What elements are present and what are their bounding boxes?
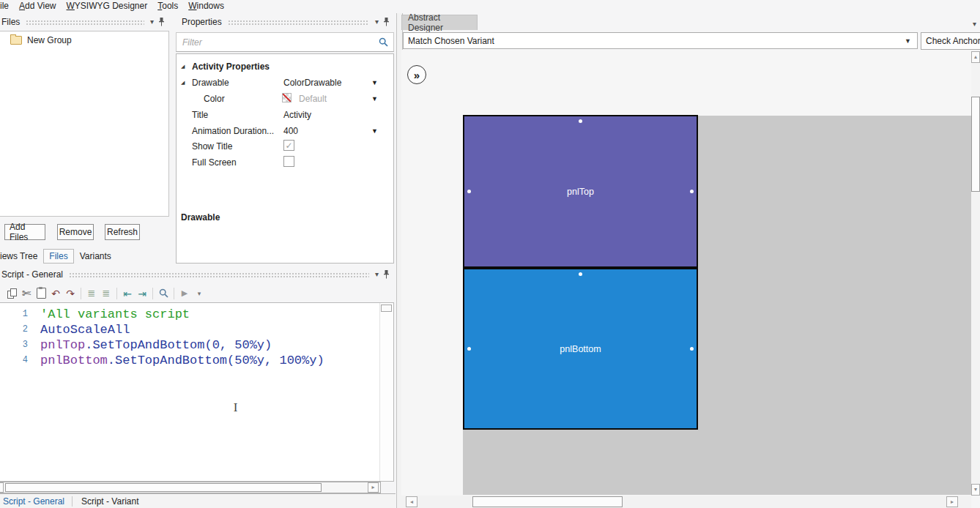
property-row-title[interactable]: Title Activity xyxy=(177,107,393,123)
editor-vertical-scrollbar[interactable] xyxy=(379,303,393,481)
property-row-color[interactable]: Color Default ▼ xyxy=(177,91,393,107)
properties-panel-title: Properties xyxy=(176,17,226,27)
menu-file[interactable]: ile xyxy=(0,0,14,12)
property-row-animation-duration[interactable]: Animation Duration... 400 ▼ xyxy=(177,123,393,139)
indent-icon[interactable]: ⇥ xyxy=(135,287,149,300)
collapse-expander-icon[interactable]: ◢ xyxy=(181,64,185,69)
property-section-drawable: Drawable xyxy=(177,209,393,225)
menu-add-view[interactable]: Add View xyxy=(14,0,62,12)
files-tree: New Group xyxy=(0,31,169,217)
anchor-handle[interactable] xyxy=(579,272,582,276)
collapse-expander-icon[interactable]: ◢ xyxy=(181,80,185,85)
toolbar-separator xyxy=(152,288,153,299)
editor-horizontal-scrollbar[interactable]: ◂ ▸ xyxy=(0,482,381,493)
line-number: 2 xyxy=(0,322,40,337)
remove-button[interactable]: Remove xyxy=(57,224,94,240)
property-row-show-title[interactable]: Show Title ✓ xyxy=(177,138,393,154)
code-text: pnlTop xyxy=(40,337,85,353)
pin-icon[interactable] xyxy=(383,270,394,279)
scroll-right-arrow-icon[interactable]: ▸ xyxy=(368,482,379,493)
menu-windows[interactable]: Windows xyxy=(183,0,229,12)
check-anchors-button[interactable]: Check Anchors xyxy=(921,32,980,50)
tab-abstract-designer[interactable]: Abstract Designer xyxy=(401,15,478,30)
tab-variants[interactable]: Variants xyxy=(74,249,117,264)
run-icon[interactable]: ▶ xyxy=(177,287,192,300)
pin-icon[interactable] xyxy=(158,18,169,26)
checkbox-unchecked[interactable] xyxy=(283,156,294,167)
tab-label: Abstract Designer xyxy=(408,12,477,33)
properties-filter xyxy=(176,32,394,52)
property-value[interactable]: Activity xyxy=(283,110,311,120)
checkbox-checked[interactable]: ✓ xyxy=(283,140,294,151)
property-row-drawable[interactable]: ◢ Drawable ColorDrawable ▼ xyxy=(177,75,393,91)
designer-menu-arrow-icon[interactable]: ▾ xyxy=(973,20,976,28)
check-icon: ✓ xyxy=(285,141,292,150)
menu-bar: ile Add View WYSIWYG Designer Tools Wind… xyxy=(0,0,980,12)
uncomment-icon[interactable]: ≣ xyxy=(99,287,114,300)
line-number: 1 xyxy=(0,307,40,322)
property-value[interactable]: Default xyxy=(299,94,327,104)
line-number: 4 xyxy=(0,353,40,368)
property-value[interactable]: ColorDrawable xyxy=(283,78,341,88)
anchor-handle[interactable] xyxy=(579,119,582,123)
variant-selector-value: Match Chosen Variant xyxy=(404,36,899,46)
scroll-left-arrow-icon[interactable]: ◂ xyxy=(0,482,4,493)
code-editor[interactable]: 1'All variants script 2AutoScaleAll 3pnl… xyxy=(0,302,394,482)
splitter-gripper[interactable] xyxy=(381,305,392,312)
property-value[interactable]: 400 xyxy=(283,126,298,136)
anchor-handle[interactable] xyxy=(690,190,694,193)
code-text: 'All variants script xyxy=(40,307,190,322)
tree-item-new-group[interactable]: New Group xyxy=(10,35,72,45)
refresh-button[interactable]: Refresh xyxy=(105,224,140,240)
scrollbar-thumb[interactable] xyxy=(5,483,322,492)
view-pnlTop[interactable]: pnlTop xyxy=(463,115,698,268)
cut-icon[interactable]: ✄ xyxy=(19,287,34,300)
panel-menu-arrow-icon[interactable]: ▾ xyxy=(149,18,158,26)
filter-input[interactable] xyxy=(177,37,374,48)
transparent-color-swatch-icon[interactable] xyxy=(282,93,292,102)
designer-horizontal-scrollbar[interactable]: ◂ ▸ xyxy=(401,496,971,508)
menu-tools[interactable]: Tools xyxy=(152,0,183,12)
dropdown-arrow-icon[interactable]: ▼ xyxy=(371,80,378,86)
outdent-icon[interactable]: ⇤ xyxy=(120,287,135,300)
view-pnlBottom[interactable]: pnlBottom xyxy=(463,268,698,430)
menu-wysiwyg-designer[interactable]: WYSIWYG Designer xyxy=(62,0,153,12)
dropdown-arrow-icon: ▼ xyxy=(899,37,917,45)
panel-menu-arrow-icon[interactable]: ▾ xyxy=(374,18,383,26)
view-label: pnlTop xyxy=(567,187,594,197)
dropdown-arrow-icon[interactable]: ▼ xyxy=(371,96,378,102)
variant-selector[interactable]: Match Chosen Variant ▼ xyxy=(403,32,918,49)
comment-icon[interactable]: ≣ xyxy=(84,287,99,300)
section-title: Drawable xyxy=(181,212,220,223)
add-files-button[interactable]: Add Files xyxy=(4,224,45,240)
anchor-handle[interactable] xyxy=(467,190,471,193)
designer-canvas[interactable]: » pnlTop pnlBottom xyxy=(401,50,971,496)
scroll-left-arrow-icon[interactable]: ◂ xyxy=(406,496,417,507)
pin-icon[interactable] xyxy=(383,18,394,26)
expand-toolbox-button[interactable]: » xyxy=(407,65,426,84)
scroll-down-arrow-icon[interactable]: ▾ xyxy=(971,484,980,496)
more-options-icon[interactable]: ▾ xyxy=(192,287,207,300)
tab-script-variant[interactable]: Script - Variant xyxy=(78,496,146,507)
tab-files[interactable]: Files xyxy=(43,249,73,264)
scroll-right-arrow-icon[interactable]: ▸ xyxy=(946,496,958,507)
panel-menu-arrow-icon[interactable]: ▾ xyxy=(374,271,383,278)
property-row-full-screen[interactable]: Full Screen xyxy=(177,154,393,171)
scrollbar-thumb[interactable] xyxy=(472,496,623,507)
scroll-up-arrow-icon[interactable]: ▴ xyxy=(971,51,980,63)
anchor-handle[interactable] xyxy=(690,347,694,351)
paste-icon[interactable] xyxy=(34,287,48,300)
property-section-activity[interactable]: ◢ Activity Properties xyxy=(177,59,393,75)
tab-views-tree[interactable]: iews Tree xyxy=(0,249,43,264)
undo-icon[interactable]: ↶ xyxy=(48,287,63,300)
section-title: Activity Properties xyxy=(192,61,270,72)
scrollbar-thumb[interactable] xyxy=(971,97,980,192)
anchor-handle[interactable] xyxy=(467,347,471,351)
designer-vertical-scrollbar[interactable]: ▴ ▾ xyxy=(971,51,980,496)
dropdown-arrow-icon[interactable]: ▼ xyxy=(371,128,378,135)
find-icon[interactable] xyxy=(156,287,171,300)
search-icon[interactable] xyxy=(374,37,393,47)
redo-icon[interactable]: ↷ xyxy=(63,287,78,300)
tab-script-general[interactable]: Script - General xyxy=(0,496,72,507)
copy-icon[interactable] xyxy=(4,287,19,300)
